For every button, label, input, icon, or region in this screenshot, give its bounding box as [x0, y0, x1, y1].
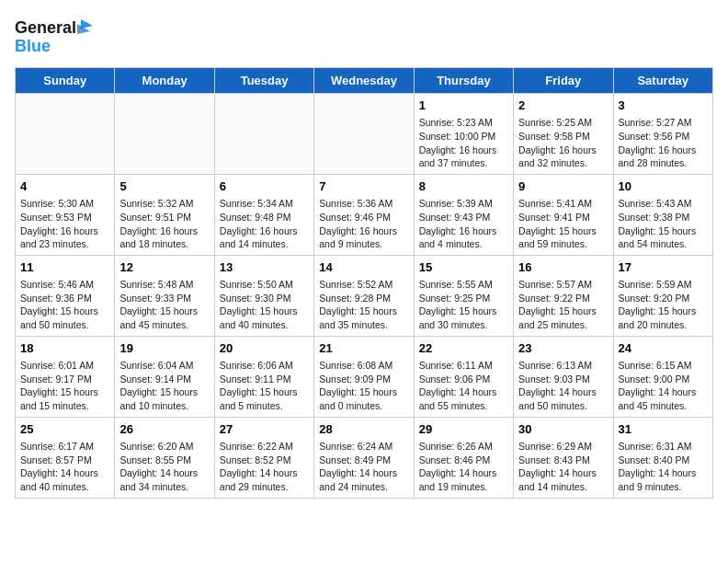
cell-info: Sunrise: 5:59 AM [619, 278, 708, 292]
day-number: 19 [119, 340, 209, 357]
cell-info: Sunrise: 6:11 AM [419, 359, 508, 373]
calendar-cell: 27Sunrise: 6:22 AMSunset: 8:52 PMDayligh… [214, 417, 313, 498]
cell-info: and 45 minutes. [619, 399, 708, 413]
cell-info: and 9 minutes. [619, 480, 708, 494]
day-number: 9 [518, 178, 608, 195]
cell-info: Daylight: 15 hours [119, 385, 209, 399]
cell-info: Daylight: 14 hours [20, 466, 109, 480]
calendar-cell: 8Sunrise: 5:39 AMSunset: 9:43 PMDaylight… [414, 174, 513, 255]
day-number: 28 [319, 421, 408, 438]
cell-info: Sunrise: 6:20 AM [119, 440, 209, 454]
day-number: 23 [518, 340, 608, 357]
cell-info: Daylight: 15 hours [20, 304, 109, 318]
cell-info: Sunrise: 5:41 AM [518, 197, 608, 211]
cell-info: Sunrise: 6:22 AM [220, 440, 309, 454]
day-number: 11 [20, 259, 109, 276]
cell-info: and 25 minutes. [518, 318, 608, 332]
day-number: 15 [419, 259, 508, 276]
cell-info: Sunrise: 5:57 AM [518, 278, 608, 292]
cell-info: and 50 minutes. [20, 318, 109, 332]
cell-info: Sunset: 9:30 PM [220, 292, 309, 305]
cell-info: and 4 minutes. [419, 237, 508, 251]
cell-info: and 23 minutes. [20, 237, 109, 251]
column-header-saturday: Saturday [613, 68, 712, 94]
day-number: 5 [119, 178, 209, 195]
cell-info: and 0 minutes. [319, 399, 408, 413]
cell-info: Daylight: 15 hours [518, 224, 608, 238]
calendar-cell: 31Sunrise: 6:31 AMSunset: 8:40 PMDayligh… [613, 417, 712, 498]
calendar-cell: 2Sunrise: 5:25 AMSunset: 9:58 PMDaylight… [514, 94, 613, 175]
day-number: 25 [20, 421, 109, 438]
cell-info: and 18 minutes. [119, 237, 209, 251]
day-number: 1 [419, 98, 508, 114]
day-number: 13 [220, 259, 309, 276]
cell-info: and 30 minutes. [419, 318, 508, 332]
cell-info: Sunrise: 6:17 AM [20, 440, 109, 454]
page-header: GeneralBlue [15, 15, 713, 56]
cell-info: Sunrise: 5:30 AM [20, 197, 109, 211]
cell-info: Sunset: 9:51 PM [119, 211, 209, 224]
cell-info: and 34 minutes. [119, 480, 209, 494]
cell-info: Sunset: 8:40 PM [619, 454, 708, 467]
calendar-cell: 11Sunrise: 5:46 AMSunset: 9:36 PMDayligh… [16, 255, 115, 336]
cell-info: Daylight: 15 hours [319, 304, 408, 318]
cell-info: and 54 minutes. [619, 237, 708, 251]
cell-info: Sunset: 9:41 PM [518, 211, 608, 224]
cell-info: Sunset: 8:52 PM [220, 454, 309, 467]
cell-info: Daylight: 15 hours [319, 385, 408, 399]
cell-info: and 40 minutes. [220, 318, 309, 332]
cell-info: Sunset: 9:48 PM [220, 211, 309, 224]
cell-info: Daylight: 15 hours [20, 385, 109, 399]
cell-info: Sunset: 9:03 PM [518, 373, 608, 386]
cell-info: Sunrise: 6:24 AM [319, 440, 408, 454]
calendar-cell: 30Sunrise: 6:29 AMSunset: 8:43 PMDayligh… [514, 417, 613, 498]
week-row-4: 18Sunrise: 6:01 AMSunset: 9:17 PMDayligh… [16, 336, 713, 417]
cell-info: Sunset: 9:14 PM [119, 373, 209, 386]
week-row-2: 4Sunrise: 5:30 AMSunset: 9:53 PMDaylight… [16, 174, 713, 255]
cell-info: Sunset: 9:56 PM [619, 130, 708, 144]
cell-info: Sunrise: 5:50 AM [220, 278, 309, 292]
day-number: 18 [20, 340, 109, 357]
calendar-cell: 15Sunrise: 5:55 AMSunset: 9:25 PMDayligh… [414, 255, 513, 336]
calendar-cell: 28Sunrise: 6:24 AMSunset: 8:49 PMDayligh… [314, 417, 414, 498]
cell-info: Daylight: 14 hours [518, 466, 608, 480]
calendar-cell: 20Sunrise: 6:06 AMSunset: 9:11 PMDayligh… [214, 336, 313, 417]
calendar-table: SundayMondayTuesdayWednesdayThursdayFrid… [15, 67, 713, 499]
cell-info: Sunset: 9:17 PM [20, 373, 109, 386]
cell-info: Daylight: 14 hours [518, 385, 608, 399]
cell-info: Daylight: 15 hours [619, 304, 708, 318]
cell-info: Sunset: 9:09 PM [319, 373, 408, 386]
cell-info: and 14 minutes. [220, 237, 309, 251]
cell-info: Sunrise: 6:15 AM [619, 359, 708, 373]
cell-info: Sunset: 9:00 PM [619, 373, 708, 386]
day-number: 30 [518, 421, 608, 438]
column-header-wednesday: Wednesday [314, 68, 414, 94]
svg-text:General: General [15, 18, 76, 37]
cell-info: and 32 minutes. [518, 156, 608, 170]
cell-info: Sunset: 9:25 PM [419, 292, 508, 305]
calendar-cell [115, 94, 214, 175]
column-header-friday: Friday [514, 68, 613, 94]
column-header-thursday: Thursday [414, 68, 513, 94]
cell-info: Sunrise: 5:39 AM [419, 197, 508, 211]
cell-info: Sunset: 9:11 PM [220, 373, 309, 386]
cell-info: Sunrise: 6:26 AM [419, 440, 508, 454]
day-number: 6 [220, 178, 309, 195]
cell-info: Sunrise: 5:36 AM [319, 197, 408, 211]
calendar-cell: 5Sunrise: 5:32 AMSunset: 9:51 PMDaylight… [115, 174, 214, 255]
day-number: 29 [419, 421, 508, 438]
cell-info: and 14 minutes. [518, 480, 608, 494]
day-number: 8 [419, 178, 508, 195]
calendar-cell: 14Sunrise: 5:52 AMSunset: 9:28 PMDayligh… [314, 255, 414, 336]
calendar-cell: 25Sunrise: 6:17 AMSunset: 8:57 PMDayligh… [16, 417, 115, 498]
calendar-cell: 29Sunrise: 6:26 AMSunset: 8:46 PMDayligh… [414, 417, 513, 498]
cell-info: Sunrise: 5:25 AM [518, 116, 608, 130]
week-row-3: 11Sunrise: 5:46 AMSunset: 9:36 PMDayligh… [16, 255, 713, 336]
day-number: 20 [220, 340, 309, 357]
cell-info: Sunrise: 5:52 AM [319, 278, 408, 292]
day-number: 27 [220, 421, 309, 438]
calendar-cell: 26Sunrise: 6:20 AMSunset: 8:55 PMDayligh… [115, 417, 214, 498]
cell-info: Daylight: 14 hours [220, 466, 309, 480]
cell-info: and 24 minutes. [319, 480, 408, 494]
logo: GeneralBlue [15, 15, 97, 56]
